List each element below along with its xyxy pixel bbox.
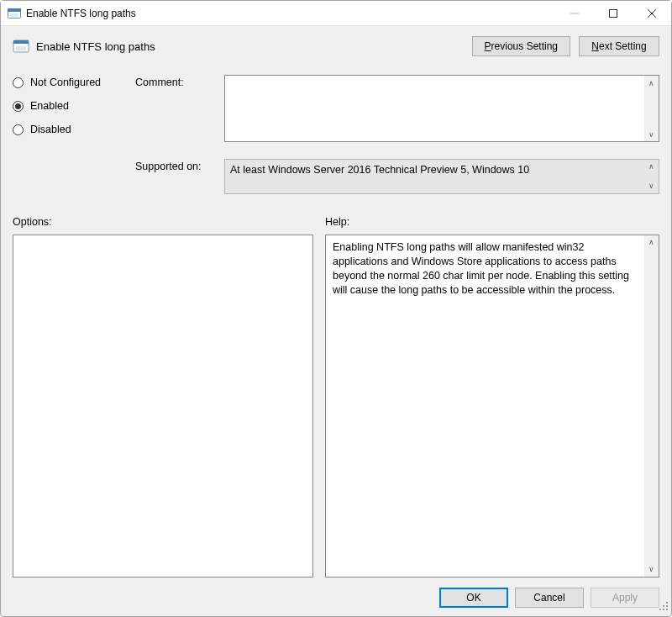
comment-input[interactable]: ∧ ∨ xyxy=(224,75,659,142)
radio-label: Not Configured xyxy=(30,76,101,88)
scroll-down-icon[interactable]: ∨ xyxy=(644,127,659,141)
svg-rect-14 xyxy=(663,609,664,610)
apply-button: Apply xyxy=(591,588,659,608)
ok-button[interactable]: OK xyxy=(439,588,508,608)
supported-on-label: Supported on: xyxy=(135,159,219,194)
radio-disabled[interactable]: Disabled xyxy=(13,124,130,135)
help-panel: Enabling NTFS long paths will allow mani… xyxy=(325,235,659,577)
settings-grid: Not Configured Enabled Disabled Comment:… xyxy=(13,75,659,194)
scrollbar[interactable]: ∧ ∨ xyxy=(644,160,659,193)
scrollbar[interactable]: ∧ ∨ xyxy=(644,235,659,577)
svg-rect-8 xyxy=(13,40,29,44)
svg-rect-2 xyxy=(10,13,18,17)
policy-title: Enable NTFS long paths xyxy=(36,40,155,53)
state-radio-group: Not Configured Enabled Disabled xyxy=(13,75,130,194)
next-setting-button[interactable]: Next Setting xyxy=(579,36,659,56)
scroll-up-icon[interactable]: ∧ xyxy=(644,235,659,250)
svg-rect-1 xyxy=(8,8,21,11)
resize-grip-icon[interactable] xyxy=(659,602,669,614)
radio-not-configured[interactable]: Not Configured xyxy=(13,76,130,88)
comment-label: Comment: xyxy=(135,75,219,142)
radio-icon xyxy=(13,101,24,112)
dialog-body: Enable NTFS long paths Previous Setting … xyxy=(1,26,671,616)
policy-window-icon xyxy=(8,7,21,20)
scroll-down-icon[interactable]: ∨ xyxy=(644,179,659,193)
svg-rect-15 xyxy=(666,609,668,610)
help-text: Enabling NTFS long paths will allow mani… xyxy=(333,241,629,296)
group-policy-editor-dialog: Enable NTFS long paths xyxy=(0,0,672,617)
svg-rect-11 xyxy=(663,605,664,607)
scroll-up-icon[interactable]: ∧ xyxy=(644,160,659,174)
radio-icon xyxy=(13,77,24,88)
help-label: Help: xyxy=(325,216,349,228)
scroll-down-icon[interactable]: ∨ xyxy=(644,562,659,577)
svg-rect-4 xyxy=(610,9,617,17)
radio-label: Disabled xyxy=(30,124,71,135)
svg-rect-9 xyxy=(16,46,26,50)
svg-rect-12 xyxy=(666,605,668,607)
scroll-up-icon[interactable]: ∧ xyxy=(644,76,659,90)
previous-setting-button[interactable]: Previous Setting xyxy=(472,36,570,56)
header-row: Enable NTFS long paths Previous Setting … xyxy=(13,36,659,56)
radio-label: Enabled xyxy=(30,100,69,112)
radio-icon xyxy=(13,124,24,135)
supported-on-box: At least Windows Server 2016 Technical P… xyxy=(224,159,659,194)
options-label: Options: xyxy=(13,216,325,228)
radio-enabled[interactable]: Enabled xyxy=(13,100,130,112)
titlebar: Enable NTFS long paths xyxy=(1,1,671,26)
lower-labels: Options: Help: xyxy=(13,216,659,228)
close-button[interactable] xyxy=(633,1,671,25)
scrollbar[interactable]: ∧ ∨ xyxy=(644,76,659,141)
cancel-button[interactable]: Cancel xyxy=(515,588,584,608)
footer: OK Cancel Apply xyxy=(13,588,659,608)
supported-on-text: At least Windows Server 2016 Technical P… xyxy=(230,164,529,176)
lower-panes: Enabling NTFS long paths will allow mani… xyxy=(13,235,659,577)
window-title: Enable NTFS long paths xyxy=(26,8,555,19)
options-panel xyxy=(13,235,313,577)
window-controls xyxy=(555,1,671,25)
svg-rect-10 xyxy=(666,602,668,604)
minimize-button[interactable] xyxy=(555,1,594,25)
policy-icon xyxy=(13,38,29,55)
svg-rect-13 xyxy=(659,609,661,610)
maximize-button[interactable] xyxy=(594,1,633,25)
